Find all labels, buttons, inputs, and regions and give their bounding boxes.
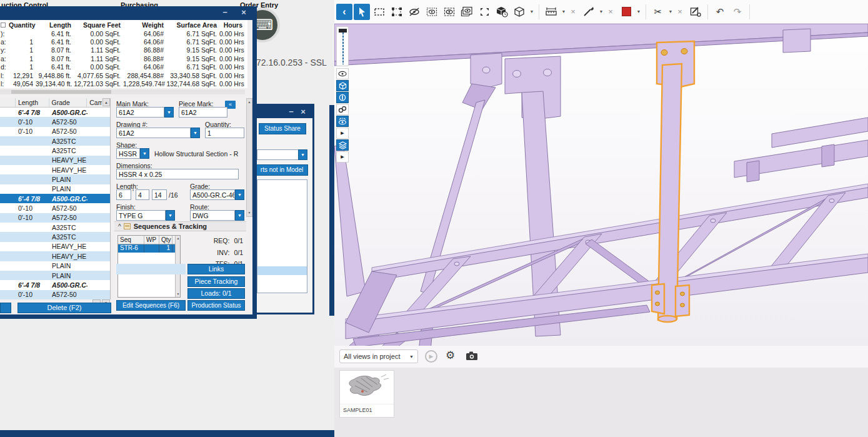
snapshot-button[interactable] (466, 351, 478, 363)
list-item[interactable]: 0'-10A572-50 (0, 213, 110, 223)
view-settings-button[interactable]: ⚙ (446, 349, 455, 362)
expand-tools-button[interactable]: ▶ (336, 151, 349, 163)
list-item[interactable]: 0'-10A572-50 (0, 290, 110, 299)
scroll-up-icon[interactable]: ▲ (176, 236, 181, 241)
list-item[interactable]: HEAVY_HE (0, 251, 110, 261)
route-input[interactable]: DWG (190, 210, 235, 221)
grade-input[interactable]: A500-GR.C-46 (190, 189, 235, 200)
column-header[interactable]: Length (36, 21, 74, 29)
scroll-down-icon[interactable]: ▼ (247, 209, 252, 216)
fit-view-button[interactable] (476, 4, 492, 20)
chevron-down-icon[interactable]: ▼ (529, 9, 535, 14)
sequences-section-header[interactable]: ^ Sequences & Tracking (114, 221, 246, 231)
chevron-down-icon[interactable]: ▼ (298, 149, 307, 160)
view-frame-dashed-button[interactable] (424, 4, 440, 20)
chevron-down-icon[interactable]: ▼ (636, 9, 642, 14)
list-item[interactable]: HEAVY_HE (0, 165, 110, 174)
scroll-down-icon[interactable]: ▼ (176, 291, 181, 297)
status-dialog-titlebar[interactable]: − × (253, 106, 312, 118)
select-tool-button[interactable] (354, 4, 370, 20)
list-item[interactable]: A325TC (0, 232, 110, 241)
expand-tools-button[interactable]: ▶ (336, 128, 349, 139)
list-item[interactable]: PLAIN (0, 174, 110, 184)
table-row[interactable]: l:12,2919,448.86 ft.4,077.65 SqFt.288,45… (0, 71, 247, 79)
column-header[interactable]: Weight (123, 21, 166, 29)
list-item[interactable]: PLAIN (0, 184, 110, 194)
list-item[interactable]: A325TC (0, 136, 110, 146)
main-mark-dropdown-icon[interactable]: ▼ (164, 107, 174, 118)
left-diagonal-brace[interactable] (334, 144, 366, 296)
production-status-button[interactable]: Production Status (187, 300, 245, 311)
close-icon[interactable]: × (298, 107, 308, 117)
column-header[interactable]: Seq (118, 236, 144, 244)
minimize-icon[interactable]: − (220, 8, 230, 18)
column-header-camber[interactable]: Cambe (87, 98, 102, 107)
status-share-button[interactable]: Status Share (259, 123, 306, 134)
column-header[interactable]: Qty (159, 236, 172, 244)
list-item[interactable]: A325TC (0, 146, 110, 155)
length-feet-input[interactable]: 6 (116, 189, 131, 200)
column-header[interactable]: WP (144, 236, 159, 244)
markup-edit-button[interactable] (687, 4, 704, 20)
model-cube-button[interactable] (336, 80, 349, 91)
chevron-down-icon[interactable]: ▼ (561, 9, 567, 14)
column-header[interactable]: Hours (219, 21, 245, 29)
links-button[interactable]: Links (187, 264, 245, 274)
finish-dropdown-icon[interactable]: ▼ (166, 210, 175, 221)
table-row[interactable]: a:16.41 ft.0.00 SqFt.64.06#6.71 SqFt.0.0… (0, 38, 247, 46)
piece-tracking-button[interactable]: Piece Tracking (187, 276, 245, 287)
status-list[interactable] (257, 179, 307, 293)
scrollbar-thumb[interactable] (11, 90, 111, 94)
clear-draw-icon[interactable]: × (606, 7, 616, 16)
table-row[interactable]: d:16.41 ft.0.00 SqFt.64.06#6.71 SqFt.0.0… (0, 63, 247, 71)
clip-tool-button[interactable]: ✂ (650, 4, 666, 20)
list-item[interactable]: A325TC (0, 223, 110, 232)
length-inch-input[interactable]: 4 (136, 189, 149, 200)
layers-button[interactable] (336, 139, 349, 151)
column-header-length[interactable]: Length (16, 98, 49, 107)
clear-clip-icon[interactable]: × (675, 7, 685, 16)
loads-button[interactable]: Loads: 0/1 (187, 288, 245, 299)
model-viewport[interactable]: .st{fill:var(--lav);stroke:var(--outline… (334, 24, 868, 346)
main-mark-input[interactable]: 61A2 (116, 107, 164, 118)
route-dropdown-icon[interactable]: ▼ (235, 210, 244, 221)
scroll-up-icon[interactable]: ▲ (102, 98, 110, 106)
list-item[interactable]: HEAVY_HE (0, 242, 110, 251)
edit-sequences-button[interactable]: Edit Sequences (F6) (116, 300, 186, 311)
zoom-slider[interactable] (336, 26, 349, 66)
column-header[interactable]: Square Feet (74, 21, 123, 29)
model-history-button[interactable] (494, 4, 510, 20)
piece-mark-input[interactable]: 61A2 (179, 107, 227, 118)
list-item[interactable]: 6'-4 7/8A500-GR.C- (0, 280, 110, 289)
parts-not-in-model-button[interactable]: rts not in Model (256, 164, 308, 176)
color-swatch-button[interactable] (618, 4, 634, 20)
play-views-button[interactable]: ▶ (425, 350, 437, 363)
status-dropdown[interactable]: ▼ (257, 149, 307, 160)
view-frame-solid-button[interactable] (441, 4, 457, 20)
view-cube-button[interactable] (511, 4, 527, 20)
checkbox-icon[interactable] (1, 23, 6, 28)
panel-scrollbar[interactable]: ▲ ▼ (246, 98, 252, 217)
horizontal-scrollbar[interactable] (0, 89, 245, 94)
finish-input[interactable]: TYPE G (116, 210, 166, 221)
view-frame-stack-button[interactable] (459, 4, 475, 20)
table-row[interactable]: y:18.07 ft.1.11 SqFt.86.88#9.15 SqFt.0.0… (0, 46, 247, 54)
side-action-button[interactable] (0, 303, 11, 313)
right-upper-framing[interactable] (734, 118, 868, 182)
length-sixteenth-input[interactable]: 14 (152, 189, 167, 200)
column-header[interactable]: Quantity (9, 21, 36, 29)
redo-button[interactable]: ↷ (729, 4, 746, 20)
sequence-row[interactable]: STR-61 (118, 244, 180, 253)
list-item[interactable]: 6'-4 7/8A500-GR.C- (0, 194, 110, 203)
xray-view-button[interactable] (336, 116, 349, 127)
grade-dropdown-icon[interactable]: ▼ (235, 189, 244, 200)
summary-select-all[interactable] (0, 22, 9, 28)
measure-tool-button[interactable] (543, 4, 559, 20)
list-item[interactable]: 6'-4 7/8A500-GR.C- (0, 108, 110, 117)
slider-handle[interactable] (339, 29, 347, 33)
table-row[interactable]: l:49,05439,134.40 ft.12,721.03 SqFt.1,22… (0, 79, 247, 88)
column-header-grade[interactable]: Grade (49, 98, 87, 107)
views-dropdown[interactable]: All views in project ▼ (339, 349, 418, 363)
transform-select-button[interactable] (389, 4, 405, 20)
drawing-dropdown-icon[interactable]: ▼ (191, 128, 200, 138)
